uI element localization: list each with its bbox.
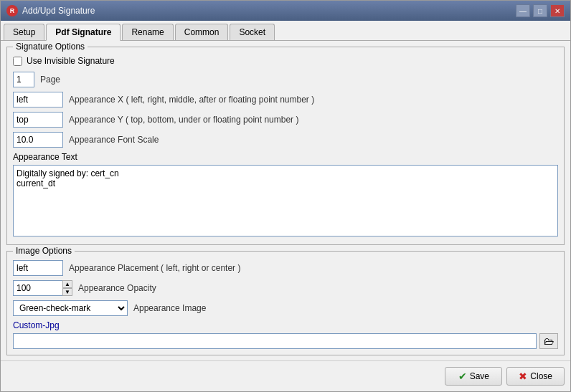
save-button[interactable]: ✔ Save: [445, 367, 502, 386]
appearance-y-desc: Appearance Y ( top, bottom, under or flo…: [69, 115, 298, 125]
appearance-x-desc: Appearance X ( left, right, middle, afte…: [69, 95, 314, 105]
appearance-x-row: Appearance X ( left, right, middle, afte…: [13, 92, 558, 107]
main-window: R Add/Upd Signature — □ ✕ Setup Pdf Sign…: [0, 0, 571, 392]
page-label: Page: [40, 75, 60, 85]
app-icon: R: [6, 5, 18, 16]
tab-rename[interactable]: Rename: [122, 24, 173, 40]
window-title: Add/Upd Signature: [22, 6, 95, 16]
close-icon: ✖: [519, 371, 527, 382]
tab-socket[interactable]: Socket: [230, 24, 275, 40]
placement-input[interactable]: [13, 260, 63, 276]
bottom-bar: ✔ Save ✖ Close: [1, 360, 570, 391]
minimize-button[interactable]: —: [516, 4, 530, 17]
custom-jpg-row: 🗁: [13, 333, 558, 349]
custom-jpg-label: Custom-Jpg: [13, 320, 558, 330]
opacity-input[interactable]: [13, 280, 63, 296]
image-options-legend: Image Options: [13, 246, 75, 256]
invisible-signature-checkbox[interactable]: [13, 57, 22, 66]
appearance-y-input[interactable]: [13, 112, 63, 128]
close-label: Close: [530, 371, 552, 381]
maximize-button[interactable]: □: [533, 4, 547, 17]
image-options-group: Image Options Appearance Placement ( lef…: [6, 251, 565, 355]
tab-bar: Setup Pdf Signature Rename Common Socket: [1, 21, 570, 41]
tab-common[interactable]: Common: [175, 24, 229, 40]
browse-button[interactable]: 🗁: [539, 333, 558, 349]
invisible-signature-label: Use Invisible Signature: [27, 56, 115, 66]
close-button[interactable]: ✖ Close: [506, 367, 565, 386]
opacity-up-button[interactable]: ▲: [62, 280, 72, 288]
appearance-x-input[interactable]: [13, 92, 63, 107]
appearance-image-row: Green-check-mark Appearance Image: [13, 300, 558, 316]
invisible-signature-row: Use Invisible Signature: [13, 56, 558, 66]
page-input[interactable]: [13, 72, 34, 87]
tab-pdf-signature[interactable]: Pdf Signature: [46, 24, 121, 41]
signature-options-content: Use Invisible Signature Page Appearance …: [13, 56, 558, 239]
window-close-button[interactable]: ✕: [550, 4, 565, 17]
content-area: Signature Options Use Invisible Signatur…: [1, 41, 570, 360]
signature-options-group: Signature Options Use Invisible Signatur…: [6, 47, 565, 245]
appearance-y-row: Appearance Y ( top, bottom, under or flo…: [13, 112, 558, 128]
opacity-desc: Appearance Opacity: [78, 283, 156, 293]
save-label: Save: [470, 371, 489, 381]
title-bar-left: R Add/Upd Signature: [6, 5, 95, 16]
custom-jpg-input[interactable]: [13, 333, 537, 349]
opacity-row: ▲ ▼ Appearance Opacity: [13, 280, 558, 296]
font-scale-desc: Appearance Font Scale: [69, 135, 159, 145]
save-icon: ✔: [458, 371, 467, 382]
placement-desc: Appearance Placement ( left, right or ce…: [69, 263, 240, 273]
font-scale-row: Appearance Font Scale: [13, 132, 558, 148]
placement-row: Appearance Placement ( left, right or ce…: [13, 260, 558, 276]
title-controls: — □ ✕: [516, 4, 565, 17]
signature-options-legend: Signature Options: [13, 42, 88, 52]
appearance-image-desc: Appearance Image: [133, 303, 206, 313]
appearance-text-area[interactable]: [13, 165, 558, 236]
tab-setup[interactable]: Setup: [4, 24, 44, 40]
appearance-image-select-wrapper: Green-check-mark: [13, 300, 128, 316]
title-bar: R Add/Upd Signature — □ ✕: [1, 1, 570, 21]
opacity-spinner: ▲ ▼: [13, 280, 72, 296]
page-row: Page: [13, 72, 558, 87]
opacity-spinner-buttons: ▲ ▼: [62, 280, 72, 296]
image-options-content: Appearance Placement ( left, right or ce…: [13, 260, 558, 349]
appearance-image-select[interactable]: Green-check-mark: [13, 300, 128, 316]
appearance-text-label: Appearance Text: [13, 152, 558, 162]
font-scale-input[interactable]: [13, 132, 63, 148]
opacity-down-button[interactable]: ▼: [62, 288, 72, 296]
